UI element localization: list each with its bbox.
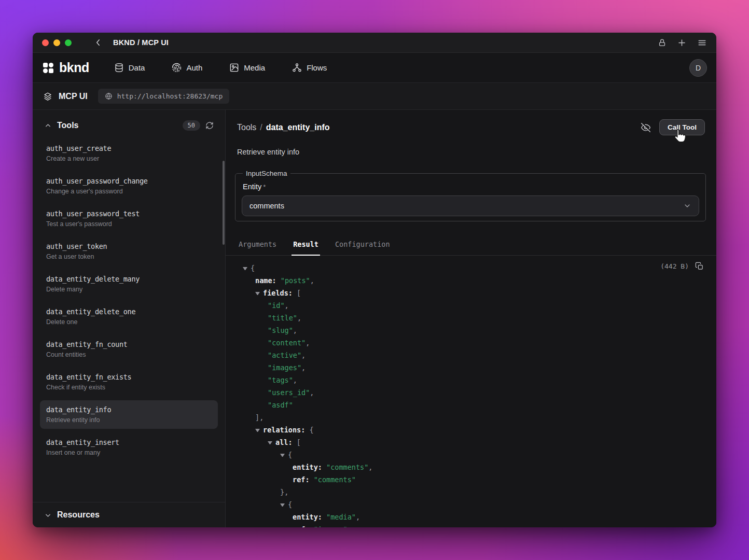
json-line: "asdf" <box>243 399 705 411</box>
nav-item-label: Data <box>129 63 145 72</box>
collapse-caret-icon[interactable] <box>280 503 285 507</box>
tool-description: Delete one <box>46 318 212 326</box>
tool-list-item[interactable]: auth_user_password_changeChange a user's… <box>40 172 218 200</box>
json-line: ref: "images" <box>243 523 705 527</box>
nav-item-label: Flows <box>307 63 327 72</box>
image-icon <box>229 63 239 73</box>
json-line: { <box>243 449 705 461</box>
tab-result[interactable]: Result <box>292 236 320 256</box>
tool-description: Retrieve entity info <box>46 416 212 424</box>
new-tab-plus-icon[interactable] <box>677 38 687 48</box>
tool-description: Get a user token <box>46 253 212 260</box>
json-punctuation: , <box>310 388 314 397</box>
fingerprint-icon <box>172 63 182 73</box>
mcp-url-pill[interactable]: http://localhost:28623/mcp <box>98 89 230 104</box>
json-punctuation: [ <box>297 289 301 297</box>
refresh-icon[interactable] <box>205 121 214 130</box>
brand-logo[interactable]: bknd <box>42 60 89 75</box>
tool-description: Count entities <box>46 351 212 358</box>
tool-list-item[interactable]: data_entity_infoRetrieve entity info <box>40 400 218 429</box>
tool-list-item[interactable]: data_entity_fn_countCount entities <box>40 335 218 363</box>
json-line: ], <box>243 411 705 424</box>
sidebar-scrollbar[interactable] <box>223 161 225 245</box>
maximize-window-button[interactable] <box>65 39 72 46</box>
collapse-caret-icon[interactable] <box>255 292 260 295</box>
menu-icon[interactable] <box>697 38 707 48</box>
header-actions: Call Tool <box>641 119 705 135</box>
json-punctuation: { <box>251 264 255 272</box>
json-key: fields: <box>263 289 297 297</box>
json-line: fields: [ <box>243 287 705 299</box>
tool-list-item[interactable]: auth_user_createCreate a new user <box>40 139 218 167</box>
json-string-value: "slug" <box>268 326 293 334</box>
json-line: "id", <box>243 299 705 312</box>
json-punctuation: }, <box>280 488 288 496</box>
required-asterisk: * <box>263 183 266 191</box>
collapse-caret-icon[interactable] <box>255 429 260 432</box>
lock-icon[interactable] <box>658 38 667 47</box>
tool-list-item[interactable]: data_entity_delete_oneDelete one <box>40 302 218 331</box>
copy-icon[interactable] <box>695 262 704 271</box>
json-string-value: "posts" <box>281 276 310 285</box>
json-punctuation: , <box>301 363 306 372</box>
app-window: BKND / MCP UI bknd Data <box>33 33 716 527</box>
json-punctuation: , <box>293 326 297 334</box>
mcp-layers-icon <box>43 92 52 101</box>
json-line: "tags", <box>243 374 705 386</box>
tool-description: Insert one or many <box>46 449 212 456</box>
resources-header[interactable]: Resources <box>33 502 225 527</box>
tab-arguments[interactable]: Arguments <box>237 236 278 256</box>
json-string-value: "images" <box>268 363 301 372</box>
collapse-caret-icon[interactable] <box>268 441 272 444</box>
tool-description: Retrieve entity info <box>237 148 705 156</box>
breadcrumb: Tools / data_entity_info <box>237 123 330 132</box>
result-tabs: Arguments Result Configuration <box>226 236 716 256</box>
tool-name: data_entity_insert <box>46 438 212 446</box>
entity-select[interactable]: comments <box>242 195 699 216</box>
tool-name: auth_user_token <box>46 242 212 250</box>
json-line: name: "posts", <box>243 274 705 287</box>
json-line: }, <box>243 486 705 498</box>
back-chevron-icon[interactable] <box>93 38 103 47</box>
collapse-caret-icon[interactable] <box>280 454 285 457</box>
tools-header[interactable]: Tools 50 <box>33 110 225 138</box>
json-punctuation: , <box>297 314 301 322</box>
collapse-caret-icon[interactable] <box>243 267 247 270</box>
tool-description: Test a user's password <box>46 220 212 228</box>
tab-configuration[interactable]: Configuration <box>334 236 392 256</box>
tool-list-item[interactable]: data_entity_fn_existsCheck if entity exi… <box>40 368 218 396</box>
json-key: entity: <box>293 513 326 521</box>
json-string-value: "images" <box>314 525 348 527</box>
tool-list-item[interactable]: data_entity_delete_manyDelete many <box>40 270 218 298</box>
tool-name: auth_user_password_change <box>46 177 212 185</box>
nav-item-data[interactable]: Data <box>114 63 145 73</box>
nav-item-auth[interactable]: Auth <box>172 63 202 73</box>
sub-header: MCP UI http://localhost:28623/mcp <box>33 83 716 110</box>
entity-select-value: comments <box>249 202 284 210</box>
input-schema-legend: InputSchema <box>243 170 290 177</box>
call-tool-button[interactable]: Call Tool <box>659 119 705 135</box>
nav-item-media[interactable]: Media <box>229 63 265 73</box>
nav-item-label: Media <box>244 63 265 72</box>
eye-off-icon[interactable] <box>641 122 651 133</box>
json-key: ref: <box>293 525 314 527</box>
user-avatar[interactable]: D <box>689 59 707 77</box>
nav-item-flows[interactable]: Flows <box>292 63 327 73</box>
tool-description: Delete many <box>46 286 212 293</box>
breadcrumb-current: data_entity_info <box>266 123 330 132</box>
content: Tools 50 auth_user_createCreate a new us… <box>33 110 716 527</box>
breadcrumb-section[interactable]: Tools <box>237 123 256 132</box>
flows-icon <box>292 63 302 73</box>
close-window-button[interactable] <box>42 39 49 46</box>
json-line: all: [ <box>243 436 705 449</box>
json-key: ref: <box>293 475 314 484</box>
minimize-window-button[interactable] <box>53 39 60 46</box>
tool-list-item[interactable]: auth_user_tokenGet a user token <box>40 237 218 265</box>
chevron-up-icon[interactable] <box>44 122 52 130</box>
json-punctuation: { <box>288 451 292 459</box>
json-punctuation: { <box>288 500 292 509</box>
json-line: "active", <box>243 349 705 361</box>
tool-list-item[interactable]: data_entity_insertInsert one or many <box>40 433 218 461</box>
chevron-down-icon[interactable] <box>44 511 52 519</box>
tool-list-item[interactable]: auth_user_password_testTest a user's pas… <box>40 204 218 233</box>
